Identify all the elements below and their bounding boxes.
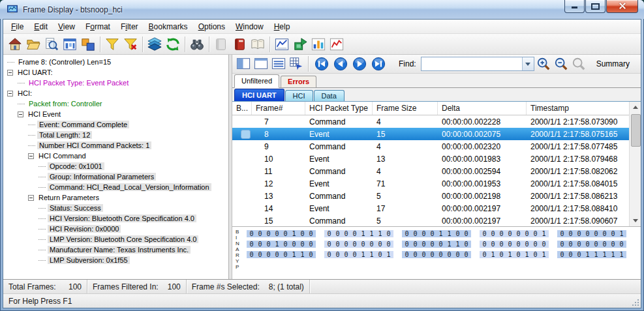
tree-item[interactable]: HCI: bbox=[3, 88, 228, 98]
binary-byte[interactable]: 00010000 bbox=[247, 241, 316, 248]
binary-byte[interactable]: 00001101 bbox=[324, 251, 393, 258]
tab-errors[interactable]: Errors bbox=[281, 76, 316, 87]
table-row-frame-9[interactable]: 9Command400:00:00.0023202000/1/1 2:17:58… bbox=[232, 140, 641, 153]
tab-unfiltered[interactable]: Unfiltered bbox=[234, 74, 279, 88]
zoom-in-icon[interactable] bbox=[536, 56, 552, 72]
table-row-frame-15[interactable]: 15Command500:00:00.0021972000/1/1 2:17:5… bbox=[232, 215, 641, 226]
open-folder-icon[interactable] bbox=[24, 35, 42, 53]
search-doc-icon[interactable] bbox=[42, 35, 61, 53]
line-chart-red-icon[interactable] bbox=[328, 35, 346, 53]
binary-byte[interactable]: 00000001 bbox=[480, 230, 549, 237]
table-row-frame-10[interactable]: 10Event1300:00:00.0019832000/1/1 2:17:58… bbox=[232, 153, 641, 165]
column-header-framesize[interactable]: Frame Size bbox=[373, 102, 438, 115]
tree-item[interactable]: Status: Success bbox=[3, 203, 228, 213]
tree-item[interactable]: Packet from: Controller bbox=[3, 98, 228, 109]
binary-byte[interactable]: 00000000 bbox=[402, 251, 471, 258]
tree-item[interactable]: Return Parameters bbox=[3, 192, 228, 203]
filter-icon[interactable] bbox=[103, 35, 121, 53]
scroll-down-button[interactable] bbox=[630, 215, 641, 226]
table-row-frame-12[interactable]: 12Event7100:00:00.0019532000/1/1 2:17:58… bbox=[232, 177, 641, 190]
refresh-icon[interactable] bbox=[164, 35, 182, 53]
tab-hci[interactable]: HCI bbox=[285, 90, 313, 101]
binary-byte[interactable]: 00000000 bbox=[480, 241, 549, 248]
maximize-button[interactable] bbox=[585, 0, 606, 13]
tree-collapse-icon[interactable] bbox=[28, 195, 34, 201]
find-input[interactable] bbox=[422, 57, 522, 70]
tree-item[interactable]: LMP Subversion: 0x1f55 bbox=[3, 255, 228, 265]
zoom-out-icon[interactable] bbox=[553, 56, 570, 72]
home-icon[interactable] bbox=[6, 35, 24, 53]
nav-next-icon[interactable] bbox=[350, 55, 368, 73]
tree-collapse-icon[interactable] bbox=[28, 153, 34, 159]
nav-first-icon[interactable] bbox=[313, 55, 330, 73]
timeline-chart-icon[interactable] bbox=[273, 35, 291, 53]
binary-byte[interactable]: 01010101 bbox=[480, 251, 549, 258]
book-disabled-icon[interactable] bbox=[212, 35, 230, 53]
find-binoculars-icon[interactable] bbox=[188, 35, 206, 53]
column-header-frame#[interactable]: Frame# bbox=[252, 102, 305, 115]
menu-item-format[interactable]: Format bbox=[80, 21, 115, 33]
binary-byte[interactable]: 00000100 bbox=[247, 230, 316, 237]
tree-item[interactable]: Total Length: 12 bbox=[3, 130, 228, 140]
nav-prev-icon[interactable] bbox=[331, 55, 349, 73]
tree-collapse-icon[interactable] bbox=[18, 111, 23, 117]
menu-item-window[interactable]: Window bbox=[230, 21, 269, 33]
menu-item-bookmarks[interactable]: Bookmarks bbox=[144, 21, 193, 33]
table-row-frame-13[interactable]: 13Command500:00:00.0021982000/1/1 2:17:5… bbox=[232, 190, 641, 202]
title-bar[interactable]: Frame Display - btsnoop_hci bbox=[0, 0, 644, 19]
book-red-icon[interactable] bbox=[230, 35, 249, 53]
tree-item[interactable]: HCI UART: bbox=[3, 67, 228, 78]
find-dropdown-button[interactable] bbox=[522, 57, 534, 70]
bar-chart-icon[interactable] bbox=[309, 35, 328, 53]
tree-collapse-icon[interactable] bbox=[7, 91, 13, 96]
binary-byte[interactable]: 00001100 bbox=[402, 230, 471, 237]
tree-item[interactable]: HCI Command bbox=[3, 151, 228, 161]
decoder-layers-icon[interactable] bbox=[146, 35, 164, 53]
nav-last-icon[interactable] bbox=[369, 55, 387, 73]
menu-item-filter[interactable]: Filter bbox=[115, 21, 144, 33]
binary-byte[interactable]: 00000000 bbox=[557, 241, 626, 248]
tree-item[interactable]: Event: Command Complete bbox=[3, 119, 228, 130]
menu-item-help[interactable]: Help bbox=[269, 21, 296, 33]
scrollbar-thumb[interactable] bbox=[631, 114, 641, 147]
table-row-frame-7[interactable]: 7Command400:00:00.0022282000/1/1 2:17:58… bbox=[232, 115, 641, 128]
tree-collapse-icon[interactable] bbox=[7, 70, 13, 76]
column-header-hcipackettype[interactable]: HCI Packet Type bbox=[305, 102, 373, 115]
tree-item[interactable]: HCI Event bbox=[3, 109, 228, 119]
frame-display-icon[interactable] bbox=[61, 35, 79, 53]
binary-byte[interactable]: 00000110 bbox=[402, 241, 471, 248]
binary-byte[interactable]: 00000110 bbox=[247, 251, 316, 258]
column-header-timestamp[interactable]: Timestamp bbox=[527, 102, 632, 115]
binary-byte[interactable]: 00011111 bbox=[557, 251, 626, 258]
column-header-delta[interactable]: Delta bbox=[438, 102, 527, 115]
table-row-frame-14[interactable]: 14Event1700:00:00.0021972000/1/1 2:17:58… bbox=[232, 202, 641, 215]
binary-byte[interactable]: 00001110 bbox=[324, 230, 393, 237]
menu-item-view[interactable]: View bbox=[53, 21, 80, 33]
tree-item[interactable]: Manufacturer Name: Texas Instruments Inc… bbox=[3, 244, 228, 255]
menu-item-edit[interactable]: Edit bbox=[29, 21, 53, 33]
minimize-button[interactable] bbox=[564, 0, 585, 13]
close-button[interactable] bbox=[606, 0, 638, 13]
tab-data[interactable]: Data bbox=[314, 90, 345, 101]
scroll-up-button[interactable] bbox=[630, 102, 641, 113]
vertical-scrollbar[interactable] bbox=[629, 102, 641, 226]
signal-blocks-icon[interactable] bbox=[79, 35, 97, 53]
table-row-frame-8[interactable]: 8Event1500:00:00.0020752000/1/1 2:17:58.… bbox=[232, 128, 641, 140]
filter-error-icon[interactable] bbox=[121, 35, 140, 53]
pane-split-icon[interactable] bbox=[235, 56, 251, 72]
tree-item[interactable]: HCI Revision: 0x0000 bbox=[3, 224, 228, 234]
tree-item[interactable]: HCI Packet Type: Event Packet bbox=[3, 78, 228, 88]
tree-item[interactable]: Number HCI Command Packets: 1 bbox=[3, 140, 228, 151]
tree-item[interactable]: Command: HCI_Read_Local_Version_Informat… bbox=[3, 182, 228, 192]
binary-byte[interactable]: 00000000 bbox=[324, 241, 393, 248]
column-header-b[interactable]: B... bbox=[232, 102, 252, 115]
book-open-icon[interactable] bbox=[249, 35, 267, 53]
goto-frame-icon[interactable] bbox=[288, 56, 304, 72]
tree-item[interactable]: Opcode: 0x1001 bbox=[3, 161, 228, 171]
tree-item[interactable]: LMP Version: Bluetooth Core Specificatio… bbox=[3, 234, 228, 244]
menu-item-file[interactable]: File bbox=[6, 21, 29, 33]
pane-blank-icon[interactable] bbox=[253, 56, 269, 72]
tree-item[interactable]: Frame 8: (Controller) Len=15 bbox=[3, 57, 228, 67]
menu-item-options[interactable]: Options bbox=[193, 21, 230, 33]
tree-item[interactable]: HCI Version: Bluetooth Core Specificatio… bbox=[3, 213, 228, 224]
